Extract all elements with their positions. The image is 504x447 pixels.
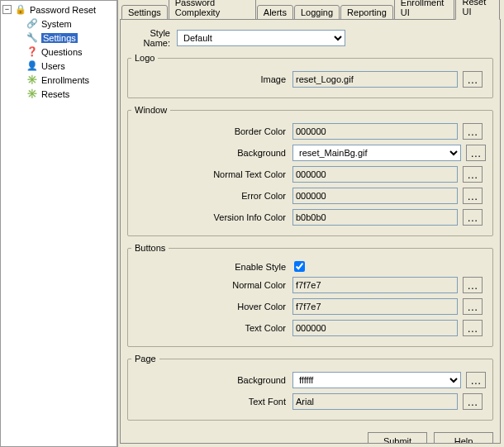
page-textfont-input[interactable] xyxy=(292,393,458,410)
error-color-label: Error Color xyxy=(131,191,292,201)
border-color-pick-button[interactable]: … xyxy=(463,123,483,140)
normal-text-color-label: Normal Text Color xyxy=(131,169,292,179)
normal-text-color-input[interactable] xyxy=(292,166,458,183)
window-background-label: Background xyxy=(131,148,292,158)
logo-image-input[interactable] xyxy=(292,71,458,88)
normal-text-color-pick-button[interactable]: … xyxy=(463,166,483,183)
page-textfont-pick-button[interactable]: … xyxy=(463,393,483,410)
btn-normal-color-label: Normal Color xyxy=(131,280,292,290)
tab-page-reset-ui: Style Name: Default Logo Image … Window … xyxy=(120,19,501,444)
page-background-select[interactable]: ffffff xyxy=(292,372,461,388)
tab-reporting[interactable]: Reporting xyxy=(340,5,393,20)
tree-item-enrollments[interactable]: ✳️ Enrollments xyxy=(1,73,116,87)
settings-icon: 🔧 xyxy=(26,31,39,45)
btn-text-color-label: Text Color xyxy=(131,323,292,333)
version-info-color-input[interactable] xyxy=(292,209,458,226)
collapse-icon[interactable]: − xyxy=(2,5,12,14)
tree-root-label: Password Reset xyxy=(30,5,96,15)
tab-alerts[interactable]: Alerts xyxy=(257,5,293,20)
group-page: Page Background ffffff … Text Font … xyxy=(127,354,493,421)
tab-password-complexity[interactable]: Password Complexity xyxy=(169,0,256,20)
style-name-label: Style Name: xyxy=(127,28,177,48)
group-window-legend: Window xyxy=(131,105,170,115)
tree-root-password-reset[interactable]: − 🔒 Password Reset xyxy=(1,2,116,17)
users-icon: 👤 xyxy=(26,59,39,73)
error-color-input[interactable] xyxy=(292,188,458,204)
tree-item-resets[interactable]: ✳️ Resets xyxy=(1,87,116,101)
window-background-select[interactable]: reset_MainBg.gif xyxy=(292,145,461,161)
help-button[interactable]: Help xyxy=(434,432,493,444)
btn-text-color-input[interactable] xyxy=(292,320,458,336)
page-textfont-label: Text Font xyxy=(131,397,292,407)
window-background-browse-button[interactable]: … xyxy=(466,145,486,161)
group-buttons: Buttons Enable Style Normal Color … Hove… xyxy=(127,243,493,347)
enrollments-icon: ✳️ xyxy=(26,74,39,87)
password-reset-icon: 🔒 xyxy=(14,3,27,17)
tree-item-users[interactable]: 👤 Users xyxy=(1,59,116,73)
enable-style-label: Enable Style xyxy=(131,262,292,272)
tab-settings[interactable]: Settings xyxy=(121,5,168,20)
group-page-legend: Page xyxy=(131,354,159,364)
submit-button[interactable]: Submit xyxy=(368,432,427,444)
tabbar: Settings Password Complexity Alerts Logg… xyxy=(120,2,501,20)
logo-image-label: Image xyxy=(131,74,292,84)
enable-style-checkbox[interactable] xyxy=(294,261,305,272)
group-window: Window Border Color … Background reset_M… xyxy=(127,105,493,236)
btn-normal-color-pick-button[interactable]: … xyxy=(463,277,483,293)
questions-icon: ❓ xyxy=(26,45,39,59)
tab-logging[interactable]: Logging xyxy=(294,5,340,20)
tree-sidebar: − 🔒 Password Reset 🔗 System 🔧 Settings ❓… xyxy=(0,0,118,447)
btn-text-color-pick-button[interactable]: … xyxy=(463,320,483,336)
tree-item-settings[interactable]: 🔧 Settings xyxy=(1,31,116,45)
resets-icon: ✳️ xyxy=(26,88,39,101)
border-color-label: Border Color xyxy=(131,126,292,136)
tree-item-questions[interactable]: ❓ Questions xyxy=(1,45,116,59)
btn-hover-color-label: Hover Color xyxy=(131,302,292,311)
tab-enrollment-ui[interactable]: Enrollment UI xyxy=(394,0,454,20)
page-background-pick-button[interactable]: … xyxy=(466,372,486,388)
tree-item-system[interactable]: 🔗 System xyxy=(1,17,116,31)
system-icon: 🔗 xyxy=(26,17,39,31)
group-logo: Logo Image … xyxy=(127,53,493,98)
version-info-color-pick-button[interactable]: … xyxy=(463,209,483,226)
style-name-select[interactable]: Default xyxy=(177,30,345,46)
border-color-input[interactable] xyxy=(292,123,458,140)
logo-image-browse-button[interactable]: … xyxy=(463,71,483,88)
btn-normal-color-input[interactable] xyxy=(292,277,458,293)
btn-hover-color-input[interactable] xyxy=(292,298,458,315)
error-color-pick-button[interactable]: … xyxy=(463,188,483,204)
tab-reset-ui[interactable]: Reset UI xyxy=(455,0,500,20)
group-logo-legend: Logo xyxy=(131,53,158,63)
page-background-label: Background xyxy=(131,375,292,385)
version-info-color-label: Version Info Color xyxy=(131,212,292,222)
btn-hover-color-pick-button[interactable]: … xyxy=(463,298,483,315)
group-buttons-legend: Buttons xyxy=(131,243,169,253)
